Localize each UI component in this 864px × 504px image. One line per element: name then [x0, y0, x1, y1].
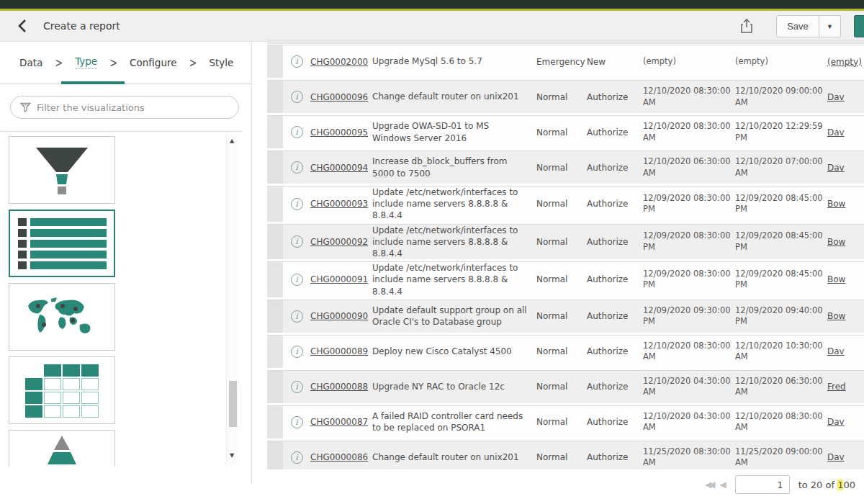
table-row[interactable]: i CHG0000088 Upgrade NY RAC to Oracle 12…	[267, 370, 864, 403]
info-icon[interactable]: i	[291, 198, 303, 210]
short-description: Update default support group on all Orac…	[372, 305, 536, 328]
info-icon[interactable]: i	[291, 274, 303, 286]
info-icon[interactable]: i	[291, 161, 303, 174]
change-number-link[interactable]: CHG0000088	[310, 382, 368, 392]
planned-start-date: 12/09/2020 08:30:00PM	[643, 269, 735, 291]
table-row[interactable]: i CHG0000093 Update /etc/network/interfa…	[267, 186, 864, 222]
info-icon[interactable]: i	[291, 416, 303, 428]
clipped-primary-button[interactable]	[854, 15, 864, 37]
info-icon[interactable]: i	[291, 91, 303, 103]
change-number-link[interactable]: CHG0000087	[310, 417, 368, 427]
step-data[interactable]: Data	[19, 57, 42, 68]
viz-option-map[interactable]	[9, 283, 115, 351]
priority: Normal	[536, 452, 587, 462]
table-row[interactable]: i CHG0002000 Upgrade MySql 5.6 to 5.7 Em…	[267, 45, 864, 78]
assigned-to-link[interactable]: Bow	[827, 199, 845, 209]
assigned-to-link[interactable]: Fred	[827, 382, 846, 392]
info-icon[interactable]: i	[291, 310, 303, 323]
step-style[interactable]: Style	[209, 57, 233, 68]
scrollbar-thumb[interactable]	[229, 381, 237, 427]
row-gutter	[267, 441, 283, 469]
table-row[interactable]: i CHG0000096 Change default router on un…	[267, 80, 864, 113]
change-number-link[interactable]: CHG0000091	[310, 274, 368, 284]
table-row[interactable]: i CHG0000095 Upgrade OWA-SD-01 to MS Win…	[267, 115, 864, 148]
row-gutter	[267, 300, 283, 333]
viz-option-funnel[interactable]	[9, 136, 115, 204]
table-row[interactable]: i CHG0000090 Update default support grou…	[267, 300, 864, 333]
state: Authorize	[587, 199, 643, 209]
state: Authorize	[587, 92, 643, 102]
planned-end-date: (empty)	[735, 56, 827, 68]
viz-option-pyramid[interactable]	[9, 430, 115, 467]
info-icon[interactable]: i	[291, 381, 303, 393]
viz-list-scrollbar[interactable]: ▲ ▼	[226, 133, 239, 466]
save-button[interactable]: Save	[776, 15, 819, 37]
table-row[interactable]: i CHG0000094 Increase db_block_buffers f…	[267, 150, 864, 184]
change-number-link[interactable]: CHG0000092	[310, 237, 368, 247]
save-menu-caret-button[interactable]: ▼	[819, 15, 841, 37]
table-rows: i CHG0002000 Upgrade MySql 5.6 to 5.7 Em…	[267, 45, 864, 469]
state: Authorize	[587, 274, 643, 284]
assigned-to-link[interactable]: Bow	[827, 274, 845, 284]
change-number-link[interactable]: CHG0000093	[310, 199, 368, 209]
top-app-bar	[0, 0, 864, 11]
change-number-link[interactable]: CHG0002000	[310, 57, 368, 67]
previous-page-icon[interactable]: ◀	[719, 480, 726, 490]
assigned-to-link[interactable]: Dav	[827, 452, 845, 462]
table-row[interactable]: i CHG0000087 A failed RAID controller ca…	[267, 405, 864, 438]
assigned-to-link[interactable]: Dav	[827, 163, 845, 173]
info-icon[interactable]: i	[291, 451, 303, 464]
back-arrow-button[interactable]	[12, 16, 33, 37]
short-description: A failed RAID controller card needs to b…	[372, 410, 536, 433]
assigned-to-link[interactable]: Dav	[827, 127, 845, 138]
change-number-link[interactable]: CHG0000086	[310, 452, 368, 462]
assigned-to-link[interactable]: Dav	[827, 92, 845, 102]
change-number-link[interactable]: CHG0000095	[310, 127, 368, 138]
filter-visualizations-input[interactable]	[37, 102, 238, 113]
scroll-down-icon[interactable]: ▼	[230, 452, 234, 459]
first-page-icon[interactable]: ◀◀	[705, 480, 712, 490]
info-icon[interactable]: i	[291, 126, 303, 138]
step-configure[interactable]: Configure	[130, 57, 176, 68]
page-number-input[interactable]	[735, 475, 790, 494]
table-row[interactable]: i CHG0000091 Update /etc/network/interfa…	[267, 261, 864, 297]
row-gutter	[267, 225, 283, 260]
table-row[interactable]: i CHG0000089 Deploy new Cisco Catalyst 4…	[267, 335, 864, 368]
change-number-link[interactable]: CHG0000089	[310, 346, 368, 356]
planned-start-date: (empty)	[643, 56, 735, 68]
chevron-right-icon: >	[109, 55, 117, 70]
assigned-to-link[interactable]: Bow	[827, 311, 845, 321]
change-number-link[interactable]: CHG0000090	[310, 311, 368, 321]
assigned-to-link[interactable]: Dav	[827, 417, 845, 427]
viz-option-list[interactable]	[9, 210, 115, 277]
row-gutter	[267, 151, 283, 184]
info-icon[interactable]: i	[291, 235, 303, 248]
short-description: Deploy new Cisco Catalyst 4500	[372, 346, 536, 357]
world-map-icon	[22, 293, 102, 341]
clipped-row-top	[267, 40, 864, 44]
info-icon[interactable]: i	[291, 55, 303, 68]
chevron-right-icon: >	[55, 55, 63, 70]
share-export-icon	[740, 18, 753, 34]
assigned-to-link[interactable]: Dav	[827, 346, 845, 356]
scroll-up-icon[interactable]: ▲	[230, 138, 234, 144]
short-description: Upgrade MySql 5.6 to 5.7	[372, 55, 536, 67]
state: Authorize	[587, 127, 643, 138]
table-row[interactable]: i CHG0000086 Change default router on un…	[267, 441, 864, 469]
state: Authorize	[587, 237, 643, 247]
planned-end-date: 12/10/2020 08:30:00AM	[735, 411, 827, 433]
total-rest-digits: 00	[843, 480, 855, 490]
assigned-to-link[interactable]: (empty)	[827, 57, 862, 67]
priority: Emergency	[536, 57, 587, 67]
share-button[interactable]	[736, 17, 757, 37]
step-type[interactable]: Type	[75, 55, 97, 69]
viz-option-pivot-table[interactable]	[9, 356, 115, 424]
info-icon[interactable]: i	[291, 346, 303, 358]
table-row[interactable]: i CHG0000092 Update /etc/network/interfa…	[267, 224, 864, 260]
priority: Normal	[536, 127, 587, 138]
report-preview-table: i CHG0002000 Upgrade MySql 5.6 to 5.7 Em…	[267, 40, 864, 469]
assigned-to-link[interactable]: Bow	[827, 237, 845, 247]
change-number-link[interactable]: CHG0000094	[310, 163, 368, 173]
change-number-link[interactable]: CHG0000096	[310, 92, 368, 102]
priority: Normal	[536, 417, 587, 427]
